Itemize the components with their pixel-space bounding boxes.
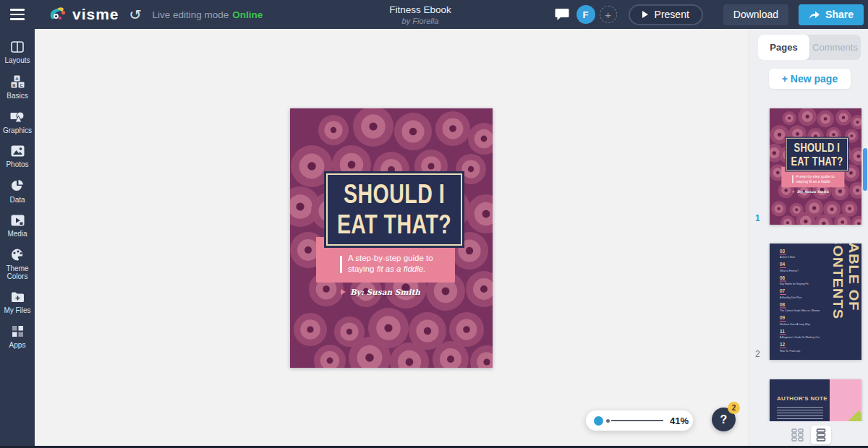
sidebar-item-layouts[interactable]: Layouts bbox=[0, 36, 35, 70]
top-bar: visme ↺ Live editing mode Online Fitness… bbox=[0, 0, 868, 29]
toc-entry: 03 Author's Note bbox=[780, 249, 795, 259]
download-button[interactable]: Download bbox=[723, 4, 788, 25]
toc-entry: 08 The Calorie Guide: Men vs. Women bbox=[780, 302, 820, 312]
panel-scrollbar[interactable] bbox=[863, 148, 867, 191]
cover-title-box[interactable]: SHOULD I EAT THAT? bbox=[324, 171, 464, 248]
cover-subtitle: A step-by-step guide to staying fit as a… bbox=[348, 253, 451, 275]
sidebar-item-my-files[interactable]: My Files bbox=[0, 286, 35, 320]
document-meta: Fitness Ebook by Fiorella bbox=[389, 4, 451, 25]
visme-editor: visme ↺ Live editing mode Online Fitness… bbox=[0, 0, 868, 448]
grid-view-button[interactable] bbox=[788, 426, 808, 444]
zoom-slider-track[interactable] bbox=[611, 420, 663, 421]
toc-vertical-title: TABLE OF CONTENTS bbox=[830, 244, 861, 360]
canvas-workspace: SHOULD I EAT THAT? A step-by-step guide … bbox=[35, 29, 749, 448]
help-notification-badge: 2 bbox=[728, 402, 740, 414]
zoom-percentage: 41% bbox=[670, 415, 689, 426]
zoom-slider-handle[interactable] bbox=[594, 416, 603, 426]
add-collaborator-icon[interactable]: + bbox=[600, 6, 617, 23]
toc-entry: 09 Workout Goes A Long Way bbox=[780, 316, 810, 326]
sidebar-item-theme-colors[interactable]: Theme Colors bbox=[0, 244, 35, 286]
layouts-icon bbox=[11, 41, 24, 53]
tab-comments[interactable]: Comments bbox=[809, 35, 861, 60]
photos-icon bbox=[11, 145, 25, 157]
tab-pages[interactable]: Pages bbox=[758, 35, 809, 60]
sidebar-item-data[interactable]: Data bbox=[0, 174, 35, 210]
share-arrow-icon bbox=[809, 10, 820, 20]
avatar[interactable]: F bbox=[576, 5, 595, 24]
toc-entry: 04 What is Fitness? bbox=[780, 262, 799, 272]
sidebar-item-basics[interactable]: A B C Basics bbox=[0, 70, 35, 105]
comments-icon[interactable] bbox=[555, 8, 569, 21]
cover-title-line2: EAT THAT? bbox=[337, 207, 451, 243]
svg-text:A: A bbox=[15, 77, 19, 81]
thumbnail-cover: SHOULD I EAT THAT? A step-by-step guide … bbox=[770, 108, 861, 225]
toc-page: TABLE OF CONTENTS 03 Author's Note 04 Wh… bbox=[770, 244, 861, 360]
sidebar-item-apps[interactable]: Apps bbox=[0, 320, 35, 355]
data-icon bbox=[11, 179, 24, 192]
basics-icon: A B C bbox=[11, 75, 25, 88]
zoom-control: 41% bbox=[586, 410, 693, 431]
logo-wordmark: visme bbox=[72, 6, 119, 23]
new-page-button[interactable]: + New page bbox=[769, 69, 851, 89]
subtitle-accent-bar bbox=[340, 256, 342, 273]
graphics-icon bbox=[10, 111, 25, 123]
online-status: Online bbox=[232, 9, 263, 20]
svg-text:B: B bbox=[12, 83, 16, 87]
live-editing-label: Live editing mode bbox=[152, 9, 229, 20]
zoom-slider-dot bbox=[606, 419, 610, 423]
play-icon bbox=[642, 11, 648, 18]
list-view-icon bbox=[816, 428, 826, 441]
toc-entry: 11 A Beginner's Guide To Working Out bbox=[780, 329, 820, 339]
theme-colors-icon bbox=[11, 249, 25, 261]
document-title[interactable]: Fitness Ebook bbox=[389, 4, 451, 15]
panel-view-switcher bbox=[749, 421, 868, 448]
ebook-cover-page[interactable]: SHOULD I EAT THAT? A step-by-step guide … bbox=[290, 108, 493, 368]
cover-byline[interactable]: By: Susan Smith bbox=[341, 288, 420, 296]
page-thumbnail-2[interactable]: TABLE OF CONTENTS 03 Author's Note 04 Wh… bbox=[770, 244, 861, 360]
visme-logo[interactable]: visme bbox=[48, 6, 119, 23]
panel-tabs: Pages Comments bbox=[758, 35, 861, 60]
present-button[interactable]: Present bbox=[629, 4, 703, 25]
top-bar-actions: F + Present Download Share bbox=[555, 0, 868, 29]
media-icon bbox=[11, 215, 25, 226]
apps-icon bbox=[12, 325, 24, 337]
authors-note-title: AUTHOR'S NOTE bbox=[777, 395, 827, 402]
toc-entry: 12 How To: Push-ups bbox=[780, 343, 800, 353]
byline-arrow-icon bbox=[341, 289, 346, 295]
grid-view-icon bbox=[791, 428, 804, 441]
toc-entry: 07 A Healthy Diet Plan bbox=[780, 289, 801, 299]
hamburger-menu-icon[interactable] bbox=[0, 0, 35, 29]
toc-entry: 06 Key Habits for Staying Fit bbox=[780, 275, 808, 285]
sidebar-item-photos[interactable]: Photos bbox=[0, 140, 35, 174]
document-author: by Fiorella bbox=[389, 17, 451, 25]
share-button[interactable]: Share bbox=[799, 4, 864, 25]
svg-text:C: C bbox=[20, 83, 23, 87]
sidebar-item-graphics[interactable]: Graphics bbox=[0, 105, 35, 140]
page-thumbnail-1[interactable]: SHOULD I EAT THAT? A step-by-step guide … bbox=[770, 108, 861, 225]
visme-chameleon-icon bbox=[48, 6, 67, 23]
sidebar-item-media[interactable]: Media bbox=[0, 210, 35, 244]
pages-panel: Pages Comments + New page SHOULD I EAT T… bbox=[749, 29, 868, 448]
page-number-2: 2 bbox=[755, 349, 760, 359]
undo-icon[interactable]: ↺ bbox=[129, 7, 142, 23]
page-number-1: 1 bbox=[755, 213, 760, 223]
list-view-button[interactable] bbox=[811, 426, 831, 444]
authors-note-paragraph bbox=[777, 407, 823, 423]
my-files-icon bbox=[11, 291, 25, 303]
left-sidebar: Layouts A B C Basics Graphics bbox=[0, 29, 35, 446]
